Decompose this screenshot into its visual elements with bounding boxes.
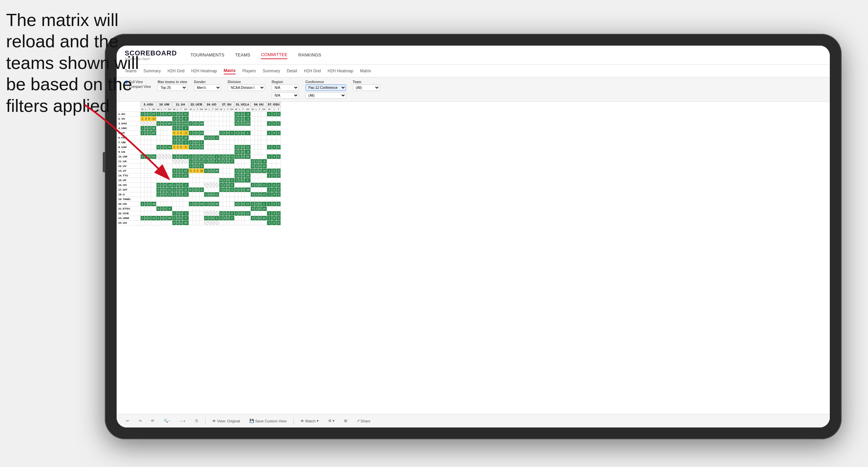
matrix-cell — [258, 112, 261, 117]
nav-teams[interactable]: TEAMS — [235, 51, 250, 59]
matrix-cell — [172, 178, 176, 183]
matrix-cell: 2 — [234, 154, 238, 159]
matrix-cell — [204, 131, 208, 136]
subnav-h2h-heatmap2[interactable]: H2H Heatmap — [328, 68, 353, 74]
matrix-cell — [144, 173, 147, 178]
matrix-cell: 1 — [226, 211, 229, 216]
matrix-cell — [223, 136, 226, 140]
redo-button[interactable]: ↪ — [136, 418, 144, 424]
subnav-matrix1[interactable]: Matrix — [224, 68, 236, 74]
reset-button[interactable]: ⟳ — [148, 418, 157, 424]
matrix-cell: 0 — [199, 164, 204, 169]
matrix-cell — [167, 173, 172, 178]
matrix-cell: 1 — [189, 154, 193, 159]
matrix-cell: 1 — [267, 221, 272, 225]
table-row: 13. UT22122020301202620012020-10100 — [117, 169, 281, 173]
matrix-content[interactable]: 3. ASU 10. UW 11. UA 22. UCB 24. UO 27. … — [117, 102, 830, 414]
region-select[interactable]: N/A — [272, 84, 299, 91]
zoom-control[interactable]: − + — [177, 418, 188, 424]
matrix-cell: 1 — [230, 131, 234, 136]
matrix-cell — [276, 206, 281, 211]
matrix-cell: 2 — [238, 188, 241, 192]
matrix-cell: 0 — [160, 188, 163, 192]
matrix-cell: 0 — [196, 145, 199, 150]
matrix-cell — [196, 197, 199, 202]
grid-button[interactable]: ⊞ — [341, 418, 350, 424]
nav-committee[interactable]: COMMITTEE — [261, 51, 287, 59]
matrix-cell — [276, 126, 281, 131]
settings-button[interactable]: ⚙ ▾ — [326, 418, 337, 424]
matrix-cell: 1 — [219, 188, 223, 192]
matrix-cell: 0 — [272, 112, 276, 117]
matrix-cell — [261, 173, 267, 178]
timer-button[interactable]: ⏱ — [192, 418, 201, 424]
row-header: 16. UO — [117, 183, 141, 188]
subnav-h2h-grid1[interactable]: H2H Grid — [168, 68, 185, 74]
matrix-cell: 40 — [214, 202, 219, 206]
watch-button[interactable]: 👁 Watch ▾ — [298, 418, 321, 424]
matrix-cell — [214, 150, 219, 154]
matrix-cell: 10 — [199, 159, 204, 164]
matrix-cell — [211, 150, 214, 154]
zoom-out-button[interactable]: 🔍− — [161, 418, 173, 424]
subnav-players[interactable]: Players — [242, 68, 256, 74]
matrix-cell — [255, 197, 258, 202]
matrix-cell — [204, 140, 208, 145]
matrix-cell: 2 — [245, 131, 251, 136]
matrix-cell — [199, 173, 204, 178]
save-custom-label: Save Custom View — [255, 419, 287, 423]
matrix-cell: 1 — [267, 183, 272, 188]
matrix-cell — [156, 178, 161, 183]
matrix-cell: 0 — [167, 206, 172, 211]
matrix-cell — [223, 169, 226, 173]
region-select2[interactable]: N/A — [272, 92, 299, 99]
matrix-cell: 0 — [164, 183, 167, 188]
conference-select[interactable]: Pac-12 Conference — [306, 84, 346, 91]
matrix-cell — [151, 188, 156, 192]
subnav-h2h-heatmap1[interactable]: H2H Heatmap — [191, 68, 217, 74]
save-custom-button[interactable]: 💾 Save Custom View — [247, 418, 289, 424]
matrix-cell — [226, 126, 229, 131]
max-teams-label: Max teams in view — [158, 80, 187, 84]
matrix-cell: 0 — [179, 183, 183, 188]
matrix-cell: 3 — [176, 211, 179, 216]
matrix-cell — [183, 206, 189, 211]
matrix-cell — [151, 206, 156, 211]
view-original-button[interactable]: 👁 View: Original — [210, 418, 243, 424]
matrix-cell: 0 — [164, 112, 167, 117]
matrix-cell — [160, 140, 163, 145]
matrix-cell: 1 — [267, 216, 272, 221]
matrix-cell: 0 — [226, 188, 229, 192]
matrix-cell: 1 — [234, 178, 238, 183]
subnav-h2h-grid2[interactable]: H2H Grid — [304, 68, 321, 74]
matrix-cell: 0 — [204, 136, 208, 140]
undo-button[interactable]: ↩ — [123, 418, 132, 424]
matrix-cell: 0 — [226, 131, 229, 136]
division-select[interactable]: NCAA Division I — [228, 84, 265, 91]
matrix-cell — [234, 164, 238, 169]
matrix-cell: 0 — [211, 192, 214, 197]
matrix-cell — [172, 164, 176, 169]
max-teams-select[interactable]: Top 25 — [158, 84, 187, 91]
matrix-cell — [272, 164, 276, 169]
matrix-cell: 1 — [172, 145, 176, 150]
share-button[interactable]: ↗ Share — [354, 418, 373, 424]
matrix-cell — [219, 173, 223, 178]
nav-tournaments[interactable]: TOURNAMENTS — [190, 51, 224, 59]
filters-row: Full View Compact View Max teams in view… — [117, 77, 830, 102]
matrix-cell: 0 — [272, 121, 276, 126]
team-select[interactable]: (All) — [353, 84, 380, 91]
subnav-detail[interactable]: Detail — [287, 68, 297, 74]
nav-rankings[interactable]: RANKINGS — [298, 51, 321, 59]
subnav-summary2[interactable]: Summary — [263, 68, 280, 74]
conference-select2[interactable]: (All) — [306, 92, 346, 99]
matrix-cell: 0 — [189, 145, 193, 150]
subnav-matrix2[interactable]: Matrix — [360, 68, 371, 74]
matrix-cell: 4 — [160, 121, 163, 126]
matrix-cell — [148, 140, 151, 145]
matrix-cell — [164, 202, 167, 206]
gender-select[interactable]: Men's — [194, 84, 221, 91]
matrix-cell: 0 — [144, 131, 147, 136]
matrix-cell: -10 — [261, 169, 267, 173]
team-filter: Team (All) — [353, 80, 380, 91]
